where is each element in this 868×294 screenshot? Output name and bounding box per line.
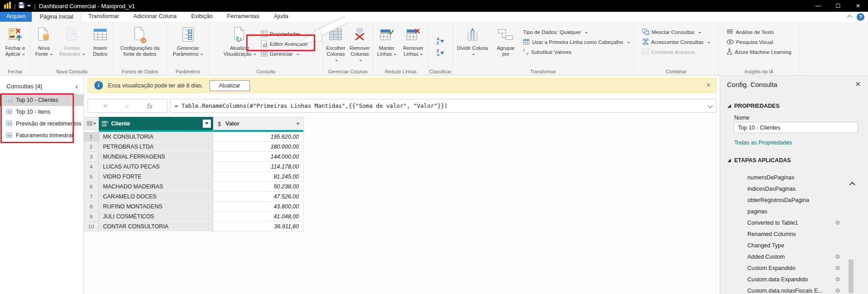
tab-adicionar-coluna[interactable]: Adicionar Coluna [126,12,184,22]
minimize-button[interactable]: — [808,0,828,12]
step-settings-gear-icon[interactable]: ⚙ [835,287,840,294]
table-row[interactable]: 6 MACHADO MADEIRAS 50.238,00 [84,182,304,192]
first-row-as-headers-button[interactable]: Usar a Primeira Linha como Cabeçalho [520,37,633,47]
new-source-button[interactable]: Nova Fonte [32,24,56,58]
step-item[interactable]: indicesDasPaginas [720,183,868,194]
all-properties-link[interactable]: Todas as Propriedades [734,140,792,146]
merge-queries-icon [642,29,649,36]
keep-rows-button[interactable]: Manter Linhas [374,24,399,58]
help-button[interactable]: ? [857,13,864,21]
sort-descending-button[interactable]: ZA [437,49,444,57]
group-by-button[interactable]: Agrupar por [491,24,520,58]
step-settings-gear-icon[interactable]: ⚙ [835,219,840,226]
table-row[interactable]: 8 RUFINO MONTAGENS 43.800,00 [84,202,304,212]
ribbon-group-transformar: Dividir Coluna Agrupar por Tipo de Dados… [453,22,634,75]
table-row[interactable]: 10 CONTAR CONSULTORIA 36.911,60 [84,222,304,231]
step-item[interactable]: obterRegistrosDaPagina [720,194,868,206]
quick-access-caret-icon[interactable] [27,5,31,9]
step-item[interactable]: Custom.data Expandido⚙ [720,274,868,285]
data-type-button[interactable]: Tipo de Dados: Qualquer [520,27,633,37]
info-icon: i [94,81,103,90]
close-notification-icon[interactable]: ✕ [706,82,711,88]
step-settings-gear-icon[interactable]: ⚙ [835,265,840,271]
collapse-ribbon-icon[interactable] [847,15,852,20]
column-header-valor[interactable]: $ Valor [213,117,304,130]
append-queries-button[interactable]: Acrescentar Consultas [639,37,713,47]
queries-pane-header: Consultas [4] ‹ [0,76,83,94]
merge-queries-button[interactable]: Mesclar Consultas [639,27,713,37]
manage-parameters-button[interactable]: Gerenciar Parâmetros [168,24,208,58]
tab-transformar[interactable]: Transformar [81,12,127,22]
tab-pagina-inicial[interactable]: Página Inicial [32,12,81,22]
replace-values-button[interactable]: 1→2 Substituir Valores [520,47,633,57]
tab-ferramentas[interactable]: Ferramentas [220,12,267,22]
text-analytics-button[interactable]: Análise de Texto [724,27,794,37]
step-settings-gear-icon[interactable]: ⚙ [835,276,840,283]
refresh-notification-button[interactable]: Atualizar [210,80,250,91]
combine-files-icon [642,48,649,56]
table-row[interactable]: 2 PETROBRAS LTDA 180.000,00 [84,142,304,152]
applied-steps-section-header[interactable]: ETAPAS APLICADAS [727,157,791,164]
table-row[interactable]: 7 CARAMELO DOCES 47.526,00 [84,192,304,202]
filter-dropdown-icon[interactable] [296,123,300,127]
select-all-corner-button[interactable] [84,117,99,130]
save-icon[interactable] [19,2,24,10]
tab-ajuda[interactable]: Ajuda [267,12,296,22]
close-pane-icon[interactable]: ✕ [855,80,861,88]
table-row[interactable]: 3 MUNDIAL FERRAGENS 144.000,00 [84,152,304,162]
tab-arquivo[interactable]: Arquivo [0,12,32,22]
enter-data-icon [93,24,107,44]
sort-down-arrow-icon [440,52,444,57]
step-item[interactable]: paginas [720,206,868,217]
step-settings-gear-icon[interactable]: ⚙ [835,253,840,260]
applied-steps-list: numeroDePaginas indicesDasPaginas obterR… [720,172,868,294]
group-label-gerenciar-colunas: Gerenciar Colunas [323,69,373,74]
maximize-button[interactable]: ☐ [828,0,848,12]
sort-ascending-button[interactable]: AZ [437,37,444,45]
filter-dropdown-button[interactable] [203,120,211,128]
column-header-cliente[interactable]: ABC123 Cliente [99,117,213,130]
table-row[interactable]: 1 MK CONSULTORIA 195.620,00 [84,132,304,142]
query-name-input[interactable] [734,122,858,133]
formula-text[interactable]: = Table.RenameColumns(#"Primeiras Linhas… [175,102,448,109]
split-column-icon [467,24,478,44]
steps-scrollbar-thumb[interactable] [848,260,853,293]
table-icon [87,121,93,126]
recent-sources-button[interactable]: Fontes Recentes [56,24,88,58]
properties-section-header[interactable]: PROPRIEDADES [727,103,780,109]
table-row[interactable]: 5 VIDRO FORTE 81.245,00 [84,172,304,182]
step-item[interactable]: Added Custom⚙ [720,251,868,262]
eye-icon [727,39,734,45]
step-item[interactable]: Renamed Columns [720,228,868,240]
table-row[interactable]: 9 JULI COSMÉTICOS 41.048,00 [84,212,304,222]
close-and-apply-button[interactable]: Fechar e Aplicar [1,24,29,58]
enter-data-button[interactable]: Inserir Dados [88,24,112,58]
vision-button[interactable]: Pesquisa Visual [724,37,794,47]
combine-files-button[interactable]: Combinar Arquivos [639,47,713,57]
close-button[interactable]: ✕ [848,0,868,12]
step-item[interactable]: Converted to Table1⚙ [720,217,868,228]
commit-formula-icon[interactable]: ✓ [124,102,130,110]
powerbi-logo-icon [4,2,11,10]
group-label-fontes-de-dados: Fontes de Dados [113,69,166,74]
refresh-arrows-icon: ↻ [235,37,242,43]
expand-formula-bar-icon[interactable] [707,103,712,108]
append-queries-icon [642,39,649,46]
cancel-formula-icon[interactable]: ✕ [102,102,108,110]
data-source-settings-button[interactable]: ⚙ Configurações da fonte de dados [116,24,165,58]
step-item[interactable]: Custom.data.notasFiscais E...⚙ [720,285,868,294]
annotation-red-box-queries [0,93,74,143]
azure-ml-button[interactable]: Azure Machine Learning [724,47,794,57]
step-item[interactable]: Changed Type [720,240,868,251]
tab-exibicao[interactable]: Exibição [184,12,220,22]
remove-rows-button[interactable]: Remover Linhas [399,24,427,58]
step-item[interactable]: Custom Expandido⚙ [720,262,868,274]
fx-icon[interactable]: fx [146,102,152,110]
ribbon-group-insights-ia: Análise de Texto Pesquisa Visual Azure M… [719,22,800,75]
collapse-pane-icon[interactable]: ‹ [75,83,78,90]
table-row[interactable]: 4 LUCAS AUTO PECAS 114.178,00 [84,162,304,172]
step-item[interactable]: numeroDePaginas [720,172,868,183]
formula-bar[interactable]: = Table.RenameColumns(#"Primeiras Linhas… [170,99,717,113]
split-column-button[interactable]: Dividir Coluna [454,24,491,58]
group-label-consulta: Consulta [210,69,322,74]
